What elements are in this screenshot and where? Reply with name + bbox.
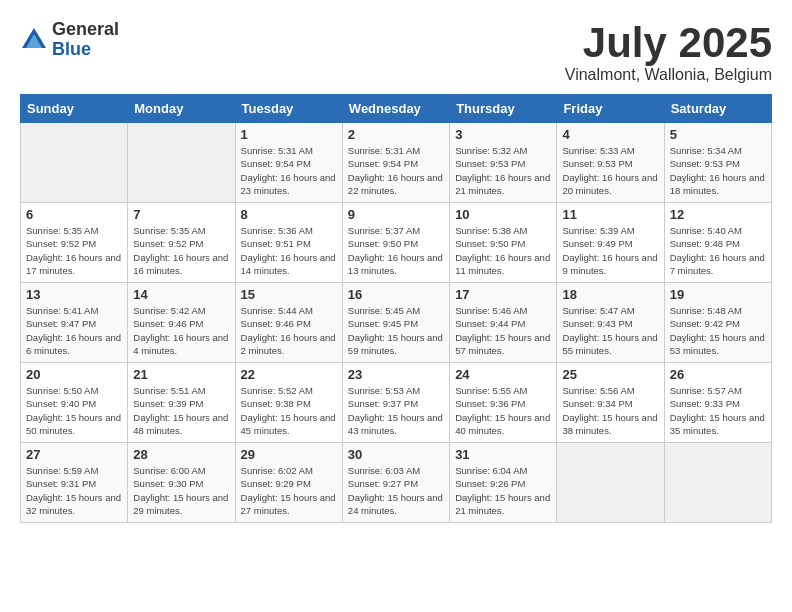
cell-info: Sunrise: 5:48 AMSunset: 9:42 PMDaylight:… [670,304,766,357]
cell-info: Sunrise: 5:38 AMSunset: 9:50 PMDaylight:… [455,224,551,277]
cell-info: Sunrise: 5:32 AMSunset: 9:53 PMDaylight:… [455,144,551,197]
cell-info: Sunrise: 5:55 AMSunset: 9:36 PMDaylight:… [455,384,551,437]
calendar-cell: 24Sunrise: 5:55 AMSunset: 9:36 PMDayligh… [450,363,557,443]
day-number: 11 [562,207,658,222]
calendar-cell: 6Sunrise: 5:35 AMSunset: 9:52 PMDaylight… [21,203,128,283]
calendar-cell: 23Sunrise: 5:53 AMSunset: 9:37 PMDayligh… [342,363,449,443]
weekday-header-wednesday: Wednesday [342,95,449,123]
calendar-cell: 13Sunrise: 5:41 AMSunset: 9:47 PMDayligh… [21,283,128,363]
calendar-cell: 17Sunrise: 5:46 AMSunset: 9:44 PMDayligh… [450,283,557,363]
calendar-cell: 9Sunrise: 5:37 AMSunset: 9:50 PMDaylight… [342,203,449,283]
day-number: 28 [133,447,229,462]
calendar-cell: 1Sunrise: 5:31 AMSunset: 9:54 PMDaylight… [235,123,342,203]
week-row-4: 20Sunrise: 5:50 AMSunset: 9:40 PMDayligh… [21,363,772,443]
day-number: 18 [562,287,658,302]
weekday-header-thursday: Thursday [450,95,557,123]
cell-info: Sunrise: 5:40 AMSunset: 9:48 PMDaylight:… [670,224,766,277]
cell-info: Sunrise: 5:42 AMSunset: 9:46 PMDaylight:… [133,304,229,357]
cell-info: Sunrise: 5:52 AMSunset: 9:38 PMDaylight:… [241,384,337,437]
calendar-cell: 7Sunrise: 5:35 AMSunset: 9:52 PMDaylight… [128,203,235,283]
location-subtitle: Vinalmont, Wallonia, Belgium [565,66,772,84]
cell-info: Sunrise: 5:53 AMSunset: 9:37 PMDaylight:… [348,384,444,437]
calendar-cell [21,123,128,203]
day-number: 15 [241,287,337,302]
cell-info: Sunrise: 5:59 AMSunset: 9:31 PMDaylight:… [26,464,122,517]
day-number: 3 [455,127,551,142]
calendar-cell: 15Sunrise: 5:44 AMSunset: 9:46 PMDayligh… [235,283,342,363]
cell-info: Sunrise: 5:47 AMSunset: 9:43 PMDaylight:… [562,304,658,357]
calendar-cell: 29Sunrise: 6:02 AMSunset: 9:29 PMDayligh… [235,443,342,523]
cell-info: Sunrise: 5:45 AMSunset: 9:45 PMDaylight:… [348,304,444,357]
cell-info: Sunrise: 5:41 AMSunset: 9:47 PMDaylight:… [26,304,122,357]
calendar-cell: 14Sunrise: 5:42 AMSunset: 9:46 PMDayligh… [128,283,235,363]
calendar-cell: 30Sunrise: 6:03 AMSunset: 9:27 PMDayligh… [342,443,449,523]
weekday-header-monday: Monday [128,95,235,123]
day-number: 7 [133,207,229,222]
calendar-cell: 28Sunrise: 6:00 AMSunset: 9:30 PMDayligh… [128,443,235,523]
calendar-cell: 8Sunrise: 5:36 AMSunset: 9:51 PMDaylight… [235,203,342,283]
weekday-header-tuesday: Tuesday [235,95,342,123]
cell-info: Sunrise: 5:50 AMSunset: 9:40 PMDaylight:… [26,384,122,437]
day-number: 22 [241,367,337,382]
day-number: 17 [455,287,551,302]
calendar-cell: 31Sunrise: 6:04 AMSunset: 9:26 PMDayligh… [450,443,557,523]
logo-general: General [52,20,119,40]
cell-info: Sunrise: 5:35 AMSunset: 9:52 PMDaylight:… [133,224,229,277]
day-number: 13 [26,287,122,302]
calendar-cell: 16Sunrise: 5:45 AMSunset: 9:45 PMDayligh… [342,283,449,363]
weekday-header-friday: Friday [557,95,664,123]
cell-info: Sunrise: 5:57 AMSunset: 9:33 PMDaylight:… [670,384,766,437]
day-number: 25 [562,367,658,382]
cell-info: Sunrise: 5:31 AMSunset: 9:54 PMDaylight:… [348,144,444,197]
calendar-cell: 12Sunrise: 5:40 AMSunset: 9:48 PMDayligh… [664,203,771,283]
cell-info: Sunrise: 5:56 AMSunset: 9:34 PMDaylight:… [562,384,658,437]
calendar-cell: 19Sunrise: 5:48 AMSunset: 9:42 PMDayligh… [664,283,771,363]
calendar-cell: 20Sunrise: 5:50 AMSunset: 9:40 PMDayligh… [21,363,128,443]
weekday-header-saturday: Saturday [664,95,771,123]
calendar-cell: 21Sunrise: 5:51 AMSunset: 9:39 PMDayligh… [128,363,235,443]
day-number: 31 [455,447,551,462]
calendar-cell: 5Sunrise: 5:34 AMSunset: 9:53 PMDaylight… [664,123,771,203]
calendar-cell: 3Sunrise: 5:32 AMSunset: 9:53 PMDaylight… [450,123,557,203]
title-block: July 2025 Vinalmont, Wallonia, Belgium [565,20,772,84]
cell-info: Sunrise: 5:44 AMSunset: 9:46 PMDaylight:… [241,304,337,357]
day-number: 9 [348,207,444,222]
cell-info: Sunrise: 6:02 AMSunset: 9:29 PMDaylight:… [241,464,337,517]
cell-info: Sunrise: 5:46 AMSunset: 9:44 PMDaylight:… [455,304,551,357]
cell-info: Sunrise: 5:37 AMSunset: 9:50 PMDaylight:… [348,224,444,277]
cell-info: Sunrise: 5:51 AMSunset: 9:39 PMDaylight:… [133,384,229,437]
month-title: July 2025 [565,20,772,66]
cell-info: Sunrise: 6:03 AMSunset: 9:27 PMDaylight:… [348,464,444,517]
day-number: 30 [348,447,444,462]
day-number: 27 [26,447,122,462]
week-row-5: 27Sunrise: 5:59 AMSunset: 9:31 PMDayligh… [21,443,772,523]
weekday-header-sunday: Sunday [21,95,128,123]
day-number: 24 [455,367,551,382]
cell-info: Sunrise: 6:00 AMSunset: 9:30 PMDaylight:… [133,464,229,517]
cell-info: Sunrise: 6:04 AMSunset: 9:26 PMDaylight:… [455,464,551,517]
day-number: 2 [348,127,444,142]
calendar-table: SundayMondayTuesdayWednesdayThursdayFrid… [20,94,772,523]
calendar-cell: 25Sunrise: 5:56 AMSunset: 9:34 PMDayligh… [557,363,664,443]
day-number: 14 [133,287,229,302]
day-number: 29 [241,447,337,462]
calendar-cell: 18Sunrise: 5:47 AMSunset: 9:43 PMDayligh… [557,283,664,363]
logo-blue: Blue [52,40,119,60]
cell-info: Sunrise: 5:36 AMSunset: 9:51 PMDaylight:… [241,224,337,277]
logo-icon [20,26,48,54]
weekday-header-row: SundayMondayTuesdayWednesdayThursdayFrid… [21,95,772,123]
day-number: 4 [562,127,658,142]
calendar-cell: 2Sunrise: 5:31 AMSunset: 9:54 PMDaylight… [342,123,449,203]
day-number: 1 [241,127,337,142]
logo: General Blue [20,20,119,60]
calendar-cell [128,123,235,203]
cell-info: Sunrise: 5:34 AMSunset: 9:53 PMDaylight:… [670,144,766,197]
calendar-cell [664,443,771,523]
day-number: 6 [26,207,122,222]
day-number: 19 [670,287,766,302]
cell-info: Sunrise: 5:31 AMSunset: 9:54 PMDaylight:… [241,144,337,197]
cell-info: Sunrise: 5:39 AMSunset: 9:49 PMDaylight:… [562,224,658,277]
week-row-1: 1Sunrise: 5:31 AMSunset: 9:54 PMDaylight… [21,123,772,203]
day-number: 5 [670,127,766,142]
calendar-cell: 4Sunrise: 5:33 AMSunset: 9:53 PMDaylight… [557,123,664,203]
